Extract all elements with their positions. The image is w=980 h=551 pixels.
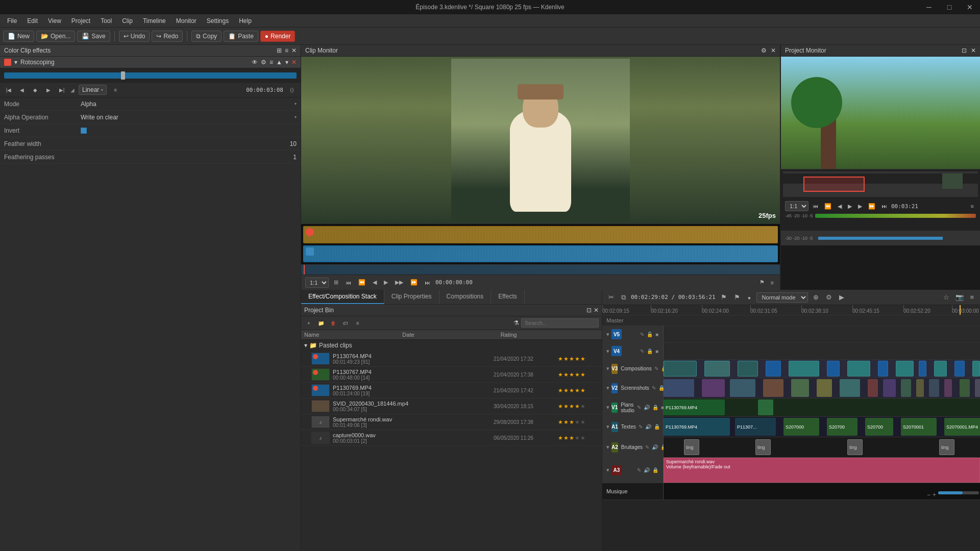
a1-clip-7[interactable]: S2070001.MP4	[944, 418, 980, 436]
v2-clip-6[interactable]	[817, 379, 832, 397]
clip-play-button[interactable]: ▶	[382, 278, 390, 287]
menu-edit[interactable]: Edit	[22, 16, 43, 26]
a1-expand[interactable]: ▾	[606, 423, 609, 430]
bin-folder-pasted-clips[interactable]: ▾ 📁 Pasted clips	[301, 340, 602, 351]
clip-fullscreen-button[interactable]: ⊞	[332, 278, 340, 287]
bin-item-4[interactable]: ♪ Supermarché rondi.wav 00:01:49:06 [3] …	[301, 414, 602, 430]
v3-clip-7[interactable]	[847, 361, 870, 377]
v5-expand[interactable]: ▾	[606, 331, 609, 338]
v2-expand[interactable]: ▾	[606, 385, 609, 391]
v1-clip-2[interactable]	[758, 399, 773, 415]
up-icon[interactable]: ▲	[276, 59, 282, 66]
a1-lock-button[interactable]: 🔒	[653, 423, 660, 430]
tab-effect-composition-stack[interactable]: Effect/Composition Stack	[301, 290, 384, 304]
a2-ting-4[interactable]: ting	[939, 439, 954, 455]
v2-clip-4[interactable]	[763, 379, 783, 397]
bin-folder-button[interactable]: 📁	[316, 318, 326, 328]
bin-tag-button[interactable]: 🏷	[341, 318, 350, 328]
proj-end-button[interactable]: ⏭	[879, 202, 889, 210]
save-button[interactable]: 💾 Save	[77, 31, 110, 42]
paste-button[interactable]: 📋 Paste	[224, 31, 258, 42]
v3-clip-8[interactable]	[878, 361, 888, 377]
tl-bookmark-button[interactable]: ☆	[941, 292, 951, 302]
tab-effects[interactable]: Effects	[491, 290, 524, 304]
v5-lock-button[interactable]: 🔓	[646, 331, 653, 338]
v4-edit-button[interactable]: ✎	[640, 348, 645, 355]
a1-mute-button[interactable]: 🔊	[645, 423, 652, 430]
v3-clip-6[interactable]	[827, 361, 840, 377]
menu-tool[interactable]: Tool	[95, 16, 117, 26]
clip-monitor-settings-icon[interactable]: ⚙	[761, 47, 767, 54]
clip-play-forward-button[interactable]: ▶▶	[393, 278, 405, 287]
v3-clip-9[interactable]	[896, 361, 914, 377]
tl-zoom-slider[interactable]	[938, 491, 979, 494]
a3-lock-button[interactable]: 🔒	[652, 467, 659, 473]
v3-clip-1[interactable]	[664, 361, 697, 377]
redo-button[interactable]: ↪ Redo	[152, 31, 183, 42]
tl-zoom-out-button[interactable]: −	[927, 491, 930, 498]
tl-filter-button[interactable]: ⚙	[824, 292, 834, 302]
bin-filter-icon[interactable]: ⚗	[513, 319, 519, 327]
effect-expand-icon[interactable]: ▾	[14, 59, 17, 66]
keyframe-time-spin-button[interactable]: ⟨⟩	[287, 85, 297, 94]
v2-clip-14[interactable]	[960, 379, 970, 397]
a1-clip-4[interactable]: S20700	[827, 418, 857, 436]
v3-clip-10[interactable]	[919, 361, 926, 377]
proj-play-forward-button[interactable]: ▶	[856, 202, 864, 211]
clip-rewind-button[interactable]: ⏮	[344, 279, 353, 287]
proj-menu-button[interactable]: ≡	[969, 202, 976, 210]
a2-mute-button[interactable]: 🔊	[651, 444, 658, 450]
v1-edit-button[interactable]: ✎	[636, 404, 642, 411]
v3-clip-5[interactable]	[789, 361, 819, 377]
bin-settings-icon[interactable]: ⊡	[586, 307, 592, 314]
bin-item-5[interactable]: ♪ capture0000.wav 00:00:03:01 [2] 06/05/…	[301, 430, 602, 446]
v2-clip-5[interactable]	[791, 379, 809, 397]
tl-split-button[interactable]: ⬥	[745, 292, 753, 302]
v2-clip-12[interactable]	[929, 379, 939, 397]
v2-clip-7[interactable]	[840, 379, 860, 397]
menu-file[interactable]: File	[2, 16, 22, 26]
v2-clip-10[interactable]	[901, 379, 911, 397]
invert-checkbox[interactable]	[81, 128, 87, 134]
a1-clip-1[interactable]: P1130769.MP4	[664, 418, 730, 436]
clip-end-button[interactable]: ⏭	[423, 279, 432, 287]
a2-ting-1[interactable]: ting	[684, 439, 699, 455]
tl-play-button[interactable]: ▶	[837, 292, 846, 302]
tl-mark-in-button[interactable]: ⚑	[719, 292, 729, 302]
v3-expand[interactable]: ▾	[606, 365, 609, 372]
v5-mute-button[interactable]: ■	[655, 331, 659, 338]
keyframe-add-button[interactable]: ◆	[31, 85, 40, 94]
bin-close-icon[interactable]: ✕	[594, 307, 599, 314]
remove-icon[interactable]: ✕	[291, 59, 297, 66]
v5-edit-button[interactable]: ✎	[640, 331, 645, 338]
v3-clip-4[interactable]	[766, 361, 781, 377]
tl-cut-button[interactable]: ✂	[606, 292, 616, 302]
proj-step-back-button[interactable]: ⏪	[822, 202, 834, 211]
menu-help[interactable]: Help	[234, 16, 257, 26]
clip-monitor-ratio-select[interactable]: 1:1	[305, 278, 329, 288]
a2-expand[interactable]: ▾	[606, 444, 609, 450]
v1-expand[interactable]: ▾	[606, 404, 609, 411]
tl-zoom-in-button[interactable]: +	[933, 491, 936, 498]
tl-mode-select[interactable]: Normal mode	[756, 292, 808, 303]
menu-monitor[interactable]: Monitor	[171, 16, 202, 26]
project-monitor-settings-icon[interactable]: ⊡	[962, 47, 967, 54]
bin-item-3[interactable]: SVID_20200430_181446.mp4 00:00:34:07 [5]…	[301, 398, 602, 414]
menu-project[interactable]: Project	[66, 16, 95, 26]
supermarche-clip[interactable]: Supermarché rondi.wav Volume (keyframabl…	[664, 458, 980, 483]
tl-menu-button[interactable]: ≡	[968, 292, 976, 302]
proj-step-forward-button[interactable]: ⏩	[866, 202, 877, 211]
keyframe-marker[interactable]	[121, 71, 125, 80]
settings-icon[interactable]: ⚙	[261, 59, 266, 66]
v3-clip-3[interactable]	[738, 361, 758, 377]
v2-clip-8[interactable]	[868, 379, 878, 397]
clip-menu-button[interactable]: ≡	[769, 278, 776, 287]
a2-ting-3[interactable]: ting	[847, 439, 863, 455]
a1-clip-3[interactable]: S207000	[783, 418, 819, 436]
menu-clip[interactable]: Clip	[117, 16, 138, 26]
v3-clip-12[interactable]	[954, 361, 965, 377]
bin-delete-button[interactable]: 🗑	[329, 318, 338, 328]
down-icon[interactable]: ▾	[285, 59, 288, 66]
a3-mute-button[interactable]: 🔊	[643, 467, 650, 473]
bin-item-1[interactable]: P1130767.MP4 00:00:48:00 [14] 21/04/2020…	[301, 367, 602, 383]
